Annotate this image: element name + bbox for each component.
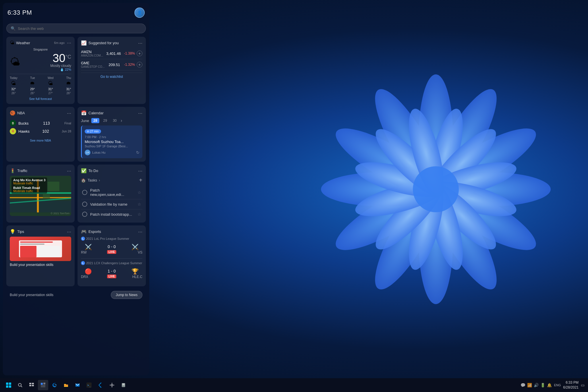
edge-browser-btn[interactable]: [49, 380, 60, 390]
cal-date-29[interactable]: 29: [102, 118, 109, 123]
task-2-checkbox[interactable]: [82, 212, 87, 217]
jump-to-news-btn[interactable]: Jump to News: [111, 291, 142, 299]
tips-thumbnail[interactable]: [10, 237, 71, 261]
svg-rect-40: [29, 383, 31, 384]
nba-more-btn[interactable]: ···: [67, 111, 71, 116]
stock-ticker-0: AMZN: [81, 50, 103, 54]
calculator-btn[interactable]: [118, 380, 129, 390]
tips-widget: 💡 Tips ··· Build your p: [6, 225, 75, 286]
traffic-icon: 🚦: [10, 168, 16, 173]
svg-rect-57: [124, 385, 125, 386]
traffic-info-panel: Ang Mo Kio Avenue 3 Moderate traffic Buk…: [11, 177, 47, 194]
svg-rect-34: [6, 383, 8, 385]
team-hlec-name: HLE.C: [128, 275, 142, 279]
show-desktop-btn[interactable]: ▭: [581, 383, 585, 387]
bucks-score: 113: [43, 121, 50, 125]
wechat-icon[interactable]: 💬: [521, 383, 525, 387]
vscode-btn[interactable]: [95, 380, 106, 390]
panel-header: 6:33 PM 👤: [6, 6, 146, 20]
team-red-name: DRX: [81, 275, 95, 279]
stock-change-1: -1.32%: [124, 63, 135, 67]
esports-match-0: ⚔️ RW 0 - 0 LIVE ⚔️ VS: [81, 242, 142, 256]
user-avatar[interactable]: 👤: [134, 7, 145, 18]
add-task-btn[interactable]: +: [139, 177, 142, 184]
team-hlec-logo: 🏆: [131, 268, 139, 275]
file-explorer-btn[interactable]: [61, 380, 71, 390]
nba-icon: 🏀: [10, 110, 16, 116]
task-1-star-btn[interactable]: ☆: [138, 202, 141, 206]
search-input[interactable]: [18, 26, 142, 31]
cal-event-location: Suzhou SIP 1F Garage (Besi...: [85, 144, 140, 148]
volume-icon[interactable]: 🔊: [534, 383, 539, 387]
esports-league-1: L 2021 LCX Challengers League Summer 🔴 D…: [81, 261, 142, 280]
league-1-icon: L: [81, 261, 85, 265]
todo-widget: ✅ To Do ··· 🏠 Tasks › + Patch new,open,s…: [78, 165, 146, 223]
weather-title: Weather: [16, 41, 30, 45]
forecast-day-0-hi: 32°: [11, 87, 16, 91]
battery-icon[interactable]: 🔋: [540, 383, 545, 387]
system-tray: 💬 📶 🔊 🔋 🔔: [521, 383, 552, 387]
task-2-star-btn[interactable]: ☆: [138, 212, 141, 217]
settings-btn[interactable]: [107, 380, 117, 390]
svg-rect-45: [43, 383, 45, 384]
weather-unit: °C: [65, 54, 71, 60]
task-1-checkbox[interactable]: [82, 202, 87, 207]
calendar-more-btn[interactable]: ···: [138, 111, 142, 116]
traffic-more-btn[interactable]: ···: [67, 168, 71, 173]
go-watchlist-link[interactable]: Go to watchlist: [81, 73, 142, 79]
notification-icon[interactable]: 🔔: [547, 383, 552, 387]
task-0-star-btn[interactable]: ☆: [138, 190, 141, 195]
cal-event-card: in 27 min 7:00 PM · 2 hrs Microsoft Suzh…: [81, 125, 142, 158]
stocks-more-btn[interactable]: ···: [138, 40, 142, 46]
forecast-day-1-hi: 29°: [30, 87, 35, 91]
taskbar-widgets-btn[interactable]: [38, 380, 48, 390]
start-button[interactable]: [3, 380, 14, 390]
league-1-name: 2021 LCX Challengers League Summer: [86, 261, 142, 265]
task-0-text: Patch new,open,save,edi...: [90, 188, 135, 197]
taskbar-clock[interactable]: 6:33 PM 6/28/2021: [563, 380, 579, 390]
terminal-btn[interactable]: >_: [84, 380, 94, 390]
cal-next-btn[interactable]: ›: [121, 118, 122, 123]
cal-event-duration: · 2 hrs: [97, 135, 106, 139]
mail-app-btn[interactable]: [72, 380, 83, 390]
cal-active-date[interactable]: 28: [91, 118, 99, 123]
forecast-day-3-label: Thu: [66, 76, 71, 80]
cal-event-title: Microsoft Suzhou Toa...: [85, 140, 140, 144]
svg-line-39: [21, 386, 22, 387]
taskbar-date: 6/28/2021: [563, 385, 579, 390]
panel-time: 6:33 PM: [7, 9, 32, 16]
traffic-title: Traffic: [17, 169, 27, 173]
tips-title: Tips: [17, 229, 24, 234]
bucks-name: Bucks: [18, 121, 28, 125]
tips-more-btn[interactable]: ···: [67, 229, 71, 234]
stock-add-1-btn[interactable]: +: [137, 62, 142, 67]
stock-add-0-btn[interactable]: +: [137, 51, 142, 56]
tasks-label: Tasks: [88, 178, 97, 182]
cal-date-30[interactable]: 30: [111, 118, 118, 123]
esports-more-btn[interactable]: ···: [138, 229, 142, 234]
weather-precip: 💧 22%: [60, 68, 71, 72]
see-more-nba-link[interactable]: See more NBA: [10, 139, 71, 142]
weather-location: Singapore: [10, 48, 71, 51]
cal-refresh-btn[interactable]: ↻: [136, 150, 140, 155]
see-full-forecast-link[interactable]: See full forecast: [10, 97, 71, 101]
traffic-status-2: Moderate traffic: [13, 190, 45, 193]
svg-rect-42: [29, 385, 31, 386]
weather-temp: 30: [53, 52, 65, 64]
esports-title: Esports: [88, 229, 101, 234]
todo-title: To Do: [88, 169, 98, 173]
search-bar[interactable]: 🔍: [6, 24, 146, 33]
svg-rect-29: [10, 197, 71, 198]
esports-live-0: LIVE: [107, 250, 116, 254]
todo-more-btn[interactable]: ···: [138, 168, 142, 173]
taskbar-search-btn[interactable]: [15, 380, 25, 390]
task-view-btn[interactable]: [26, 380, 37, 390]
wifi-icon[interactable]: 📶: [527, 383, 532, 387]
weather-more-btn[interactable]: ···: [67, 40, 71, 45]
svg-point-38: [18, 383, 21, 386]
traffic-map[interactable]: Ang Mo Kio Avenue 3 Moderate traffic Buk…: [10, 176, 71, 216]
task-0-checkbox[interactable]: [82, 190, 87, 195]
calendar-title: Calendar: [88, 111, 104, 115]
team-vs-logo: ⚔️: [131, 244, 139, 250]
language-indicator[interactable]: ENG: [554, 383, 561, 387]
